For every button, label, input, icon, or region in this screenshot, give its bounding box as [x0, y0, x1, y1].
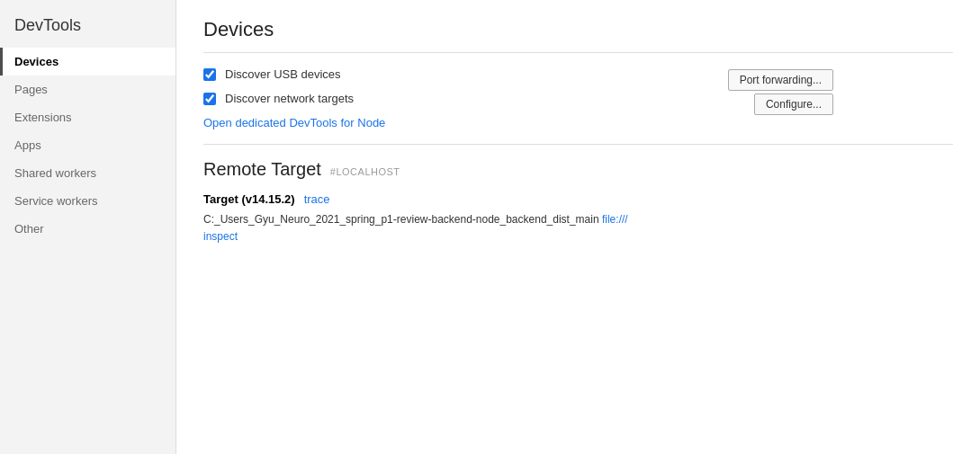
sidebar-item-label: Apps	[14, 138, 41, 152]
target-path: C:_Users_Gyu_Neuro_2021_spring_p1-review…	[203, 213, 953, 226]
sidebar-item-shared-workers[interactable]: Shared workers	[0, 159, 175, 187]
configure-button[interactable]: Configure...	[754, 93, 833, 115]
main-content: Devices Discover USB devices Port forwar…	[176, 0, 980, 454]
discover-network-label: Discover network targets	[225, 92, 354, 105]
sidebar-item-other[interactable]: Other	[0, 215, 175, 243]
sidebar-item-pages[interactable]: Pages	[0, 76, 175, 103]
sidebar-item-label: Other	[14, 222, 44, 236]
sidebar-item-label: Shared workers	[14, 166, 96, 180]
port-forwarding-button[interactable]: Port forwarding...	[728, 69, 833, 91]
discover-usb-checkbox-row: Discover USB devices	[203, 67, 728, 81]
node-devtools-link[interactable]: Open dedicated DevTools for Node	[203, 116, 385, 129]
sidebar-item-service-workers[interactable]: Service workers	[0, 187, 175, 215]
target-file-link[interactable]: file:///	[602, 213, 628, 226]
target-trace-link[interactable]: trace	[304, 192, 330, 206]
target-block: Target (v14.15.2) trace C:_Users_Gyu_Neu…	[203, 192, 953, 243]
remote-target-subtitle: #LOCALHOST	[330, 166, 400, 177]
sidebar-item-label: Service workers	[14, 194, 97, 208]
discover-usb-row: Discover USB devices Port forwarding...	[203, 67, 833, 92]
discover-usb-checkbox[interactable]	[203, 68, 216, 81]
discover-usb-label: Discover USB devices	[225, 67, 341, 81]
sidebar-item-label: Devices	[14, 55, 58, 68]
sidebar: DevTools Devices Pages Extensions Apps S…	[0, 0, 176, 454]
discover-network-row: Discover network targets Configure...	[203, 92, 833, 116]
discover-network-checkbox[interactable]	[203, 93, 216, 105]
sidebar-item-label: Extensions	[14, 111, 72, 124]
divider-top	[203, 52, 953, 53]
devtools-title: DevTools	[0, 7, 175, 48]
target-links: inspect	[203, 229, 953, 243]
sidebar-item-devices[interactable]: Devices	[0, 48, 175, 76]
remote-target-title: Remote Target	[203, 159, 321, 180]
target-inspect-link[interactable]: inspect	[203, 230, 238, 243]
discover-network-checkbox-row: Discover network targets	[203, 92, 754, 105]
target-title-row: Target (v14.15.2) trace	[203, 192, 953, 206]
divider-middle	[203, 144, 953, 145]
remote-target-section-title: Remote Target #LOCALHOST	[203, 159, 953, 180]
page-title: Devices	[203, 18, 953, 41]
sidebar-item-extensions[interactable]: Extensions	[0, 103, 175, 131]
sidebar-item-apps[interactable]: Apps	[0, 131, 175, 159]
target-version-title: Target (v14.15.2)	[203, 192, 295, 206]
sidebar-item-label: Pages	[14, 83, 48, 96]
target-path-text: C:_Users_Gyu_Neuro_2021_spring_p1-review…	[203, 213, 599, 226]
